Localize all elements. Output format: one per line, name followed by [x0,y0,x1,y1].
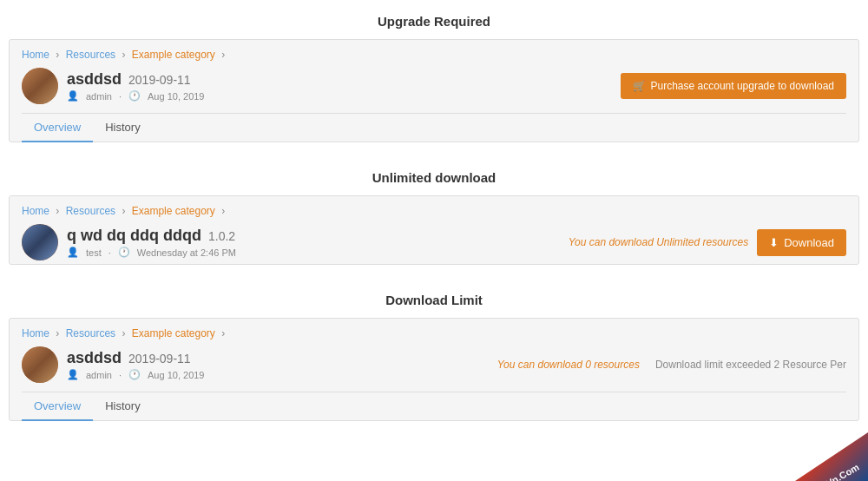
avatar-img-unlimited [22,224,58,260]
download-icon-unlimited: ⬇ [769,236,779,249]
breadcrumb-home-2[interactable]: Home [22,205,49,217]
resource-left-unlimited: q wd dq ddq ddqd 1.0.2 👤 test · 🕐 Wednes… [22,224,236,260]
avatar-img-upgrade [22,68,58,104]
breadcrumb-resources-1[interactable]: Resources [66,49,115,61]
separator-5: › [122,205,125,217]
purchase-upgrade-button[interactable]: 🛒 Purchase account upgrade to download [621,73,846,99]
divider-1 [0,142,868,156]
breadcrumb-resources-2[interactable]: Resources [66,205,115,217]
separator-4: › [56,205,59,217]
user-icon-unlimited: 👤 [67,247,79,258]
section-title-unlimited: Unlimited download [0,170,868,185]
section-unlimited: Unlimited download Home › Resources › Ex… [0,156,868,265]
watermark-text: XenVn.Com [810,462,861,481]
resource-meta-upgrade: 👤 admin · 🕐 Aug 10, 2019 [67,90,204,102]
author-upgrade: admin [86,91,112,102]
user-icon-upgrade: 👤 [67,90,79,102]
resource-header-upgrade: asddsd 2019-09-11 👤 admin · 🕐 Aug 10, 20… [22,68,846,104]
user-icon-limit: 👤 [67,369,79,380]
resource-action-unlimited: You can download Unlimited resources ⬇ D… [569,229,846,256]
breadcrumb-home-3[interactable]: Home [22,327,49,339]
resource-version-limit: 2019-09-11 [128,352,191,366]
author-unlimited: test [86,247,102,258]
resource-action-upgrade: 🛒 Purchase account upgrade to download [621,73,846,99]
resource-version-unlimited: 1.0.2 [208,229,235,243]
resource-meta-limit: 👤 admin · 🕐 Aug 10, 2019 [67,369,204,380]
breadcrumb-category-1: Example category [132,49,215,61]
resource-card-upgrade: Home › Resources › Example category › as… [9,39,859,142]
unlimited-info-text: You can download Unlimited resources [569,236,748,248]
title-group-upgrade: asddsd 2019-09-11 👤 admin · 🕐 Aug 10, 20… [67,70,204,102]
breadcrumb-unlimited: Home › Resources › Example category › [22,205,846,217]
download-button-unlimited[interactable]: ⬇ Download [757,229,846,256]
breadcrumb-resources-3[interactable]: Resources [66,327,115,339]
avatar-unlimited [22,224,58,260]
separator-9: › [221,327,225,339]
dot-sep-upgrade: · [119,91,122,102]
breadcrumb-home-1[interactable]: Home [22,49,49,61]
dot-sep-limit: · [119,370,122,380]
date-upgrade: Aug 10, 2019 [148,91,204,102]
tab-history-upgrade[interactable]: History [93,114,152,142]
limit-exceeded-text: Download limit exceeded 2 Resource Per [655,359,846,371]
title-group-limit: asddsd 2019-09-11 👤 admin · 🕐 Aug 10, 20… [67,349,204,380]
section-upgrade-required: Upgrade Required Home › Resources › Exam… [0,0,868,142]
resource-header-limit: asddsd 2019-09-11 👤 admin · 🕐 Aug 10, 20… [22,346,846,383]
separator-6: › [221,205,225,217]
divider-2 [0,265,868,279]
title-group-unlimited: q wd dq ddq ddqd 1.0.2 👤 test · 🕐 Wednes… [67,227,236,258]
resource-title-unlimited: q wd dq ddq ddqd 1.0.2 [67,227,236,245]
avatar-upgrade [22,68,58,104]
separator-1: › [56,49,59,61]
section-title-limit: Download Limit [0,293,868,307]
resource-left-limit: asddsd 2019-09-11 👤 admin · 🕐 Aug 10, 20… [22,346,204,383]
resource-header-unlimited: q wd dq ddq ddqd 1.0.2 👤 test · 🕐 Wednes… [22,224,846,260]
resource-title-upgrade: asddsd 2019-09-11 [67,70,204,89]
resource-title-limit: asddsd 2019-09-11 [67,349,204,367]
resource-action-limit: You can download 0 resources Download li… [497,359,846,371]
resource-name-upgrade: asddsd [67,70,122,89]
date-unlimited: Wednesday at 2:46 PM [137,247,236,258]
avatar-img-limit [22,346,58,383]
clock-icon-limit: 🕐 [128,369,141,380]
dot-sep-unlimited: · [108,247,111,258]
separator-7: › [56,327,59,339]
separator-8: › [122,327,125,339]
resource-name-unlimited: q wd dq ddq ddqd [67,227,201,245]
date-limit: Aug 10, 2019 [148,370,204,380]
resource-left-upgrade: asddsd 2019-09-11 👤 admin · 🕐 Aug 10, 20… [22,68,204,104]
resource-name-limit: asddsd [67,349,122,367]
limit-info-text: You can download 0 resources [497,359,640,371]
breadcrumb-limit: Home › Resources › Example category › [22,327,846,339]
watermark: XenVn.Com [764,412,868,481]
avatar-limit [22,346,58,383]
author-limit: admin [86,370,112,380]
tabs-limit: Overview History [22,392,846,420]
breadcrumb-category-2: Example category [132,205,215,217]
resource-version-upgrade: 2019-09-11 [128,73,191,87]
tab-overview-limit[interactable]: Overview [22,392,93,421]
resource-meta-unlimited: 👤 test · 🕐 Wednesday at 2:46 PM [67,247,236,258]
separator-3: › [221,49,225,61]
page-wrapper: Upgrade Required Home › Resources › Exam… [0,0,868,481]
tab-overview-upgrade[interactable]: Overview [22,114,93,142]
clock-icon-upgrade: 🕐 [128,90,141,102]
separator-2: › [122,49,125,61]
section-title-upgrade: Upgrade Required [0,14,868,29]
purchase-label: Purchase account upgrade to download [651,80,834,92]
download-label-unlimited: Download [784,236,834,249]
tabs-upgrade: Overview History [22,113,846,142]
tab-history-limit[interactable]: History [93,392,152,421]
section-download-limit: Download Limit Home › Resources › Exampl… [0,279,868,421]
breadcrumb-upgrade: Home › Resources › Example category › [22,49,846,61]
clock-icon-unlimited: 🕐 [118,247,130,258]
breadcrumb-category-3: Example category [132,327,215,339]
resource-card-unlimited: Home › Resources › Example category › q … [9,195,859,265]
resource-card-limit: Home › Resources › Example category › as… [9,318,859,421]
cart-icon-upgrade: 🛒 [633,80,646,92]
